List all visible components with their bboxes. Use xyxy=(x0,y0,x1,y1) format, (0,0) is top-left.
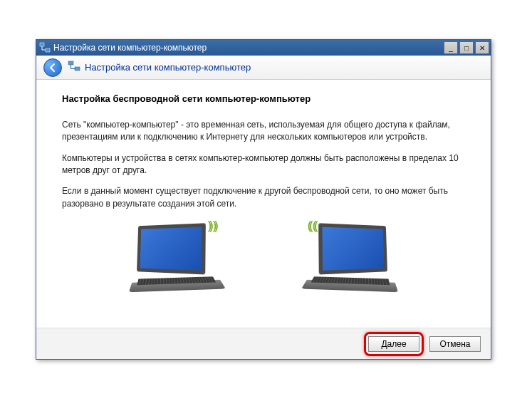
network-small-icon xyxy=(68,60,80,75)
laptop-right-icon: ⸨⸨ xyxy=(292,219,399,304)
footer: Далее Отмена xyxy=(36,328,491,359)
back-button[interactable] xyxy=(43,58,62,77)
content-area: Настройка беспроводной сети компьютер-ко… xyxy=(36,80,491,328)
paragraph-2: Компьютеры и устройства в сетях компьюте… xyxy=(62,152,465,177)
svg-rect-1 xyxy=(46,48,50,52)
close-button[interactable]: ✕ xyxy=(475,41,489,54)
titlebar[interactable]: Настройка сети компьютер-компьютер _ □ ✕ xyxy=(36,40,491,56)
nav-header: Настройка сети компьютер-компьютер xyxy=(36,56,491,80)
next-button[interactable]: Далее xyxy=(368,336,419,352)
paragraph-1: Сеть "компьютер-компьютер" - это временн… xyxy=(62,119,465,144)
cancel-button[interactable]: Отмена xyxy=(429,336,481,352)
network-icon xyxy=(39,42,51,53)
svg-rect-2 xyxy=(68,61,73,65)
illustration: ⸩⸩ ⸨⸨ xyxy=(62,219,465,304)
page-heading: Настройка беспроводной сети компьютер-ко… xyxy=(62,93,465,106)
paragraph-3: Если в данный момент существует подключе… xyxy=(62,185,465,210)
header-title: Настройка сети компьютер-компьютер xyxy=(85,62,251,73)
wizard-window: Настройка сети компьютер-компьютер _ □ ✕… xyxy=(36,39,491,360)
wifi-signal-icon: ⸨⸨ xyxy=(308,217,318,234)
laptop-left-icon: ⸩⸩ xyxy=(128,219,235,304)
svg-rect-3 xyxy=(75,67,80,71)
minimize-button[interactable]: _ xyxy=(444,41,458,54)
window-title: Настройка сети компьютер-компьютер xyxy=(53,43,442,53)
svg-rect-0 xyxy=(40,43,44,46)
header-title-row: Настройка сети компьютер-компьютер xyxy=(68,60,251,75)
highlight-annotation: Далее xyxy=(364,332,424,356)
wifi-signal-icon: ⸩⸩ xyxy=(208,217,218,234)
maximize-button[interactable]: □ xyxy=(459,41,474,54)
